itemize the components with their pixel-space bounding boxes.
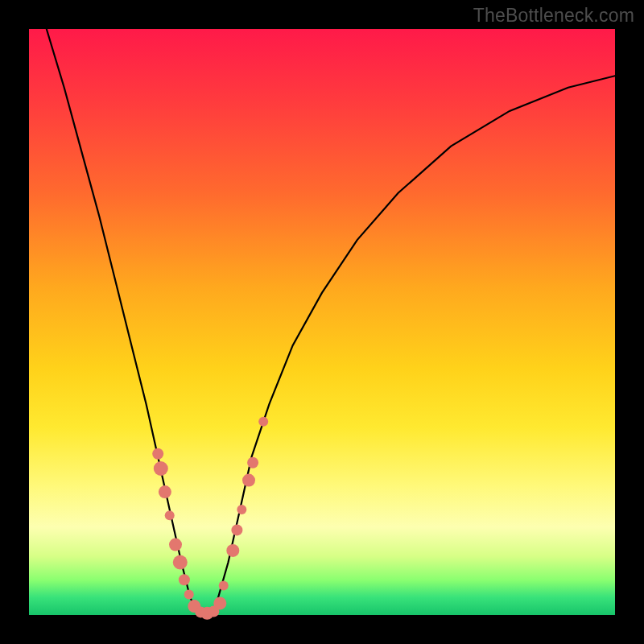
bead-group <box>152 417 268 620</box>
bottleneck-curve <box>47 29 615 615</box>
bead-point <box>152 448 163 460</box>
bead-point <box>219 581 229 591</box>
bead-point <box>258 417 268 427</box>
bead-point <box>231 524 242 535</box>
bead-point <box>247 457 258 469</box>
bead-point <box>169 539 182 551</box>
bead-point <box>226 544 239 557</box>
curve-svg <box>29 29 615 615</box>
bead-point <box>213 597 226 609</box>
bead-point <box>179 574 190 585</box>
bead-point <box>173 555 188 570</box>
bead-point <box>242 474 255 487</box>
bead-point <box>165 510 175 520</box>
bead-point <box>184 590 194 600</box>
chart-frame: TheBottleneck.com <box>0 0 644 644</box>
bead-point <box>237 505 246 514</box>
bead-point <box>154 461 168 476</box>
bead-point <box>159 485 171 498</box>
plot-area <box>29 29 615 615</box>
watermark-text: TheBottleneck.com <box>473 5 634 27</box>
